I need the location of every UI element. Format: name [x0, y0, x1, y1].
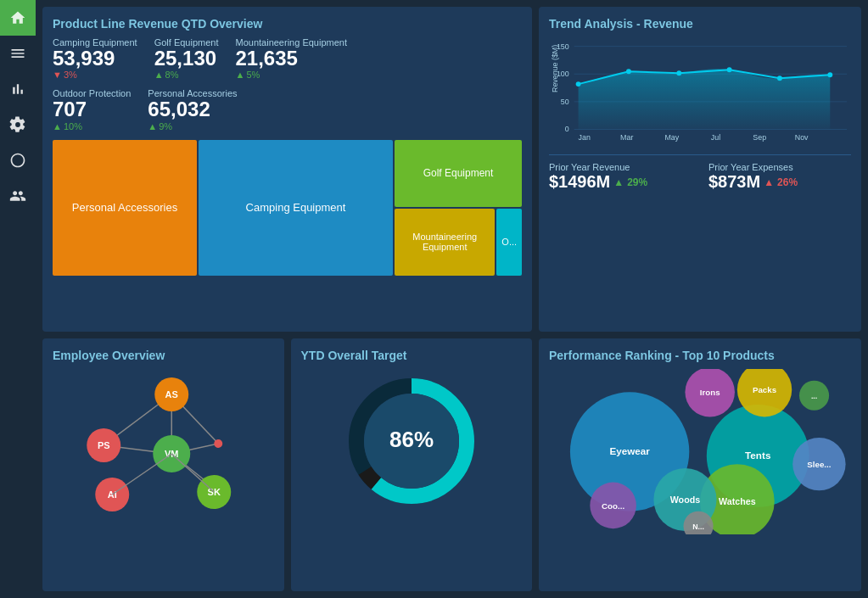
ytd-title: YTD Overall Target [301, 349, 523, 362]
golf-value: 25,130 [154, 48, 219, 70]
treemap-bottom: Mountaineering Equipment O... [395, 209, 522, 276]
metric-outdoor: Outdoor Protection 707 ▲ 10% [53, 88, 131, 131]
prior-expenses-value: $873M ▲ 26% [708, 172, 851, 192]
svg-text:Packs: Packs [753, 386, 777, 395]
svg-text:AS: AS [165, 389, 178, 400]
svg-point-16 [626, 69, 631, 74]
personal-change: ▲ 9% [148, 121, 237, 131]
prior-stats: Prior Year Revenue $1496M ▲ 29% Prior Ye… [549, 154, 851, 192]
svg-text:Eyewear: Eyewear [609, 446, 650, 457]
svg-text:86%: 86% [389, 427, 434, 452]
svg-text:Watches: Watches [719, 496, 756, 506]
svg-text:PS: PS [98, 440, 110, 450]
camping-value: 53,939 [53, 48, 137, 70]
network-area: AS PS VM AI SK [53, 369, 274, 513]
prior-expenses: Prior Year Expenses $873M ▲ 26% [708, 162, 851, 192]
personal-arrow: ▲ [148, 121, 157, 131]
svg-text:Woods: Woods [670, 495, 701, 505]
treemap-golf[interactable]: Golf Equipment [395, 140, 522, 207]
gauge-svg: 86% [344, 373, 479, 509]
treemap-mountain[interactable]: Mountaineering Equipment [395, 209, 495, 276]
metric-personal: Personal Accessories 65,032 ▲ 9% [148, 88, 237, 131]
sidebar-item-circle[interactable] [0, 143, 36, 178]
treemap-outdoor[interactable]: O... [496, 209, 522, 276]
svg-text:50: 50 [561, 98, 569, 106]
svg-point-15 [576, 81, 581, 87]
outdoor-value: 707 [53, 98, 131, 120]
metrics-row-2: Outdoor Protection 707 ▲ 10% Personal Ac… [53, 88, 522, 131]
bottom-left-panels: Employee Overview AS [42, 338, 532, 591]
svg-text:Revenue ($M): Revenue ($M) [551, 45, 559, 92]
camping-change: ▼ 3% [53, 70, 137, 80]
svg-text:150: 150 [557, 42, 569, 51]
metric-golf: Golf Equipment 25,130 ▲ 8% [154, 37, 219, 80]
trend-chart-area: Revenue ($M) 150 100 50 0 Jan Mar May Ju… [549, 37, 851, 148]
svg-text:N...: N... [692, 523, 704, 532]
svg-point-19 [777, 75, 782, 81]
golf-change: ▲ 8% [154, 70, 219, 80]
svg-text:Jan: Jan [579, 133, 591, 142]
performance-panel: Performance Ranking - Top 10 Products Ey… [539, 338, 861, 591]
network-svg: AS PS VM AI SK [53, 369, 274, 513]
svg-text:Sep: Sep [753, 133, 766, 142]
main-content: Product Line Revenue QTD Overview Campin… [36, 0, 868, 598]
product-revenue-title: Product Line Revenue QTD Overview [53, 17, 522, 31]
prior-expenses-label: Prior Year Expenses [708, 162, 851, 172]
svg-text:100: 100 [557, 70, 569, 78]
outdoor-change: ▲ 10% [53, 121, 131, 131]
camping-arrow: ▼ [53, 70, 62, 80]
svg-point-27 [214, 439, 222, 448]
metric-camping: Camping Equipment 53,939 ▼ 3% [53, 37, 137, 80]
svg-text:Irons: Irons [700, 388, 720, 398]
gauge-area: 86% [301, 369, 523, 513]
prior-revenue-value: $1496M ▲ 29% [549, 172, 692, 192]
sidebar [0, 0, 36, 598]
svg-text:Mar: Mar [620, 133, 633, 142]
treemap-personal[interactable]: Personal Accessories [53, 140, 197, 276]
performance-title: Performance Ranking - Top 10 Products [549, 349, 851, 362]
svg-text:Nov: Nov [795, 133, 809, 142]
mountain-value: 21,635 [236, 48, 347, 70]
svg-point-20 [827, 72, 832, 77]
metrics-row: Camping Equipment 53,939 ▼ 3% Golf Equip… [53, 37, 522, 80]
sidebar-item-network[interactable] [0, 178, 36, 214]
outdoor-arrow: ▲ [53, 121, 62, 131]
svg-text:Jul: Jul [711, 133, 720, 142]
svg-text:Tents: Tents [745, 450, 771, 461]
ytd-panel: YTD Overall Target 86% [291, 338, 533, 591]
sidebar-item-chart[interactable] [0, 71, 36, 107]
employee-panel: Employee Overview AS [42, 338, 284, 591]
sidebar-item-home[interactable] [0, 0, 36, 36]
trend-title: Trend Analysis - Revenue [549, 17, 851, 31]
prior-revenue: Prior Year Revenue $1496M ▲ 29% [549, 162, 692, 192]
golf-arrow: ▲ [154, 70, 164, 80]
bubble-svg: Eyewear Tents Watches Woods Irons Packs … [549, 369, 851, 534]
prior-revenue-arrow: ▲ [613, 176, 624, 188]
svg-point-17 [676, 70, 681, 75]
svg-text:Coo...: Coo... [602, 501, 624, 511]
svg-point-18 [727, 67, 732, 72]
metric-mountain: Mountaineering Equipment 21,635 ▲ 5% [236, 37, 347, 80]
trend-chart-svg: Revenue ($M) 150 100 50 0 Jan Mar May Ju… [549, 37, 851, 148]
prior-expenses-arrow: ▲ [764, 176, 774, 188]
svg-text:...: ... [811, 392, 817, 400]
treemap-camping[interactable]: Camping Equipment [199, 140, 393, 276]
mountain-arrow: ▲ [236, 70, 245, 80]
sidebar-item-settings[interactable] [0, 107, 36, 143]
bubble-chart: Eyewear Tents Watches Woods Irons Packs … [549, 369, 851, 534]
svg-text:0: 0 [565, 125, 569, 133]
personal-value: 65,032 [148, 98, 237, 120]
sidebar-item-menu[interactable] [0, 36, 36, 71]
svg-text:May: May [664, 133, 679, 142]
prior-revenue-label: Prior Year Revenue [549, 162, 692, 172]
employee-title: Employee Overview [53, 349, 274, 362]
product-revenue-panel: Product Line Revenue QTD Overview Campin… [42, 7, 532, 332]
svg-line-38 [112, 454, 171, 495]
treemap: Personal Accessories Camping Equipment G… [53, 140, 522, 276]
treemap-right: Golf Equipment Mountaineering Equipment … [395, 140, 522, 276]
svg-line-39 [171, 454, 214, 492]
trend-panel: Trend Analysis - Revenue Revenue ($M) 15… [539, 7, 861, 332]
mountain-change: ▲ 5% [236, 70, 347, 80]
svg-text:Slee...: Slee... [807, 460, 831, 469]
